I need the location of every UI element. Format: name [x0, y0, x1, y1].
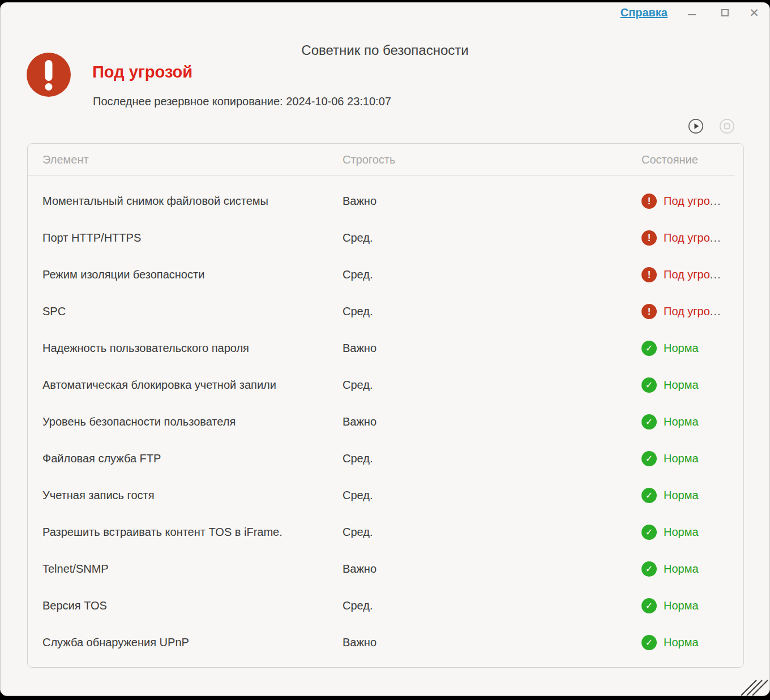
item-severity: Сред. [343, 452, 641, 465]
table-row: Надежность пользовательского пароля Важн… [28, 330, 743, 367]
last-backup-text: Последнее резервное копирование: 2024-10… [93, 95, 391, 108]
exclamation-icon: ! [641, 194, 657, 209]
table-row: Файловая служба FTP Сред. ✓ Норма [28, 440, 743, 477]
check-icon: ✓ [641, 341, 657, 356]
status-label: Норма [664, 636, 699, 649]
table-row: Служба обнаружения UPnP Важно ✓ Норма [28, 624, 743, 661]
maximize-icon [721, 9, 729, 16]
exclamation-icon: ! [641, 230, 657, 246]
stop-icon [719, 118, 735, 134]
item-name: Порт HTTP/HTTPS [42, 231, 343, 244]
item-name: Telnet/SNMP [42, 562, 343, 576]
check-icon: ✓ [641, 451, 657, 466]
play-icon [688, 118, 704, 134]
close-icon: ✕ [749, 7, 759, 19]
status-label: Норма [664, 415, 699, 428]
table-row: Telnet/SNMP Важно ✓ Норма [28, 551, 743, 587]
status-label: Под угро [664, 268, 710, 281]
status-cell: ! Под угро ... [641, 194, 729, 209]
check-icon: ✓ [641, 488, 657, 503]
status-cell: ✓ Норма [641, 635, 729, 650]
item-name: Разрешить встраивать контент TOS в iFram… [42, 526, 343, 539]
exclamation-icon: ! [641, 304, 657, 319]
status-label: Под угро [664, 231, 710, 244]
status-cell: ✓ Норма [641, 451, 729, 466]
table-header: Элемент Строгость Состояние [28, 144, 743, 175]
item-severity: Сред. [343, 599, 641, 612]
status-cell: ✓ Норма [641, 414, 729, 430]
item-severity: Сред. [343, 305, 641, 318]
status-cell: ✓ Норма [641, 341, 729, 356]
status-cell: ! Под угро ... [641, 267, 729, 282]
item-name: Автоматическая блокировка учетной запили [42, 379, 343, 392]
start-scan-button[interactable] [688, 118, 704, 134]
item-name: Режим изоляции безопасности [42, 268, 343, 281]
status-cell: ! Под угро ... [641, 304, 729, 319]
resize-grip-icon [739, 679, 768, 696]
status-ellipsis: ... [710, 268, 721, 281]
item-severity: Важно [343, 415, 641, 428]
table-body: Моментальный снимок файловой системы Важ… [28, 175, 743, 661]
exclamation-icon: ! [641, 267, 657, 282]
item-name: Версия TOS [42, 599, 343, 612]
item-severity: Сред. [343, 379, 641, 392]
status-ellipsis: ... [710, 195, 721, 208]
help-link[interactable]: Справка [621, 6, 668, 19]
table-row: Уровень безопасности пользователя Важно … [28, 403, 743, 440]
close-button[interactable]: ✕ [747, 5, 762, 20]
check-icon: ✓ [641, 561, 657, 577]
status-cell: ! Под угро ... [641, 230, 729, 246]
status-label: Норма [664, 599, 699, 612]
alert-icon [27, 53, 71, 97]
stop-scan-button[interactable] [719, 118, 735, 134]
item-name: Служба обнаружения UPnP [42, 636, 343, 649]
table-row: Режим изоляции безопасности Сред. ! Под … [28, 256, 743, 293]
titlebar: Справка ✕ [1, 3, 769, 24]
check-icon: ✓ [641, 635, 657, 650]
status-label: Норма [664, 489, 699, 502]
item-name: Учетная запись гостя [42, 489, 343, 502]
item-name: Надежность пользовательского пароля [42, 342, 343, 355]
maximize-button[interactable] [717, 5, 732, 20]
security-table: Элемент Строгость Состояние Моментальный… [27, 143, 744, 668]
item-name: SPC [42, 305, 343, 318]
resize-grip[interactable] [739, 679, 768, 696]
status-cell: ✓ Норма [641, 598, 729, 613]
check-icon: ✓ [641, 598, 657, 613]
item-severity: Важно [343, 342, 641, 355]
item-name: Уровень безопасности пользователя [42, 415, 343, 428]
table-row: Разрешить встраивать контент TOS в iFram… [28, 514, 743, 551]
table-row: Порт HTTP/HTTPS Сред. ! Под угро ... [28, 220, 743, 256]
item-name: Моментальный снимок файловой системы [42, 195, 343, 208]
item-severity: Сред. [343, 231, 641, 244]
overall-status-heading: Под угрозой [92, 63, 192, 81]
status-cell: ✓ Норма [641, 525, 729, 540]
table-row: Автоматическая блокировка учетной запили… [28, 367, 743, 403]
page-title: Советник по безопасности [1, 42, 769, 58]
minimize-icon [688, 14, 696, 15]
column-element: Элемент [42, 153, 343, 166]
status-label: Под угро [664, 195, 710, 208]
table-row: Учетная запись гостя Сред. ✓ Норма [28, 477, 743, 514]
item-name: Файловая служба FTP [42, 452, 343, 465]
status-ellipsis: ... [710, 305, 721, 318]
status-label: Норма [664, 562, 699, 576]
status-label: Норма [664, 379, 699, 392]
status-label: Норма [664, 342, 699, 355]
status-label: Норма [664, 452, 699, 465]
item-severity: Важно [343, 562, 641, 576]
column-status: Состояние [641, 153, 729, 166]
status-cell: ✓ Норма [641, 377, 729, 393]
table-row: Моментальный снимок файловой системы Важ… [28, 183, 743, 220]
security-advisor-window: Справка ✕ Советник по безопасности Под у… [0, 2, 770, 696]
table-row: Версия TOS Сред. ✓ Норма [28, 587, 743, 624]
column-severity: Строгость [343, 153, 641, 166]
item-severity: Важно [343, 195, 641, 208]
status-ellipsis: ... [710, 231, 721, 244]
table-row: SPC Сред. ! Под угро ... [28, 293, 743, 330]
minimize-button[interactable] [685, 5, 699, 20]
check-icon: ✓ [641, 525, 657, 540]
status-label: Под угро [664, 305, 710, 318]
item-severity: Важно [343, 636, 641, 649]
status-cell: ✓ Норма [641, 561, 729, 577]
